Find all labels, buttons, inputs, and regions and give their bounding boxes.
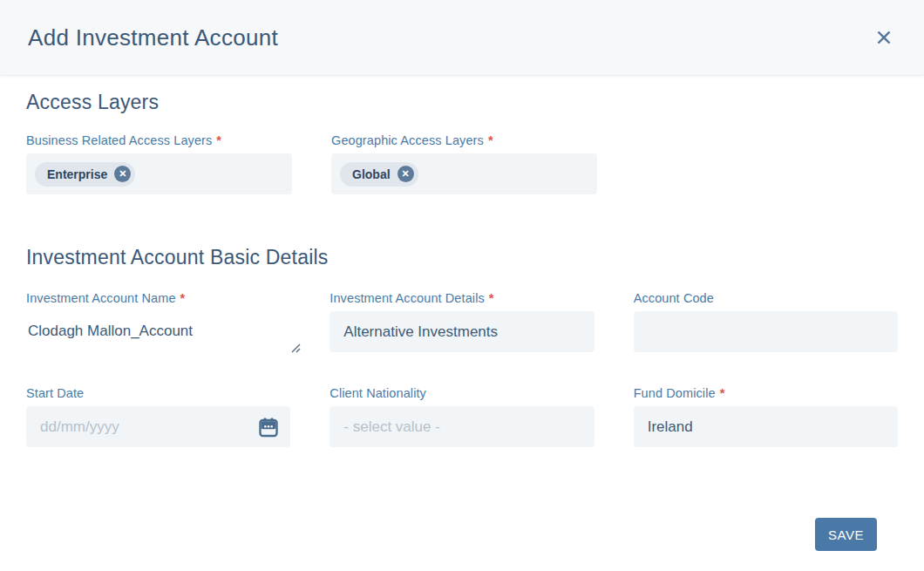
select-value: Ireland [634,418,693,436]
chip-remove-icon[interactable]: ✕ [114,166,131,182]
start-date-input[interactable] [26,406,290,447]
close-button[interactable] [872,25,896,50]
field-label: Geographic Access Layers* [331,133,597,147]
chip-remove-icon[interactable]: ✕ [397,166,414,182]
section-heading-basic-details: Investment Account Basic Details [26,246,898,269]
investment-account-details-input[interactable] [330,311,594,352]
resize-handle-icon[interactable] [289,341,301,357]
close-icon [875,29,893,46]
geographic-access-layers-multiselect[interactable]: Global ✕ [331,153,597,194]
field-client-nationality: Client Nationality - select value - [330,386,594,447]
field-label: Investment Account Name* [26,291,290,305]
save-button[interactable]: SAVE [815,518,877,551]
field-label: Business Related Access Layers* [26,133,292,147]
field-account-code: Account Code [634,291,898,358]
required-asterisk: * [180,291,186,305]
page-title: Add Investment Account [28,24,278,51]
required-asterisk: * [489,291,494,305]
modal-body: Access Layers Business Related Access La… [0,91,924,551]
field-geographic-access-layers: Geographic Access Layers* Global ✕ [331,133,597,194]
field-label: Investment Account Details* [330,291,594,305]
required-asterisk: * [720,386,725,400]
select-placeholder: - select value - [330,418,440,436]
business-access-layers-multiselect[interactable]: Enterprise ✕ [26,153,292,194]
field-start-date: Start Date [26,386,290,447]
modal-header: Add Investment Account [0,0,924,76]
client-nationality-select[interactable]: - select value - [330,406,594,447]
field-label: Start Date [26,386,290,400]
account-code-input[interactable] [634,311,898,352]
field-label: Fund Domicile* [634,386,898,400]
investment-account-name-textarea[interactable]: Clodagh Mallon_Account [26,311,290,355]
chip-global: Global ✕ [340,162,418,187]
modal-footer: SAVE [26,518,898,551]
field-fund-domicile: Fund Domicile* Ireland [634,386,898,447]
field-label: Account Code [634,291,898,305]
chip-enterprise: Enterprise ✕ [35,162,135,187]
field-business-related-access-layers: Business Related Access Layers* Enterpri… [26,133,292,194]
calendar-icon[interactable] [258,417,279,438]
fund-domicile-select[interactable]: Ireland [634,406,898,447]
section-heading-access-layers: Access Layers [26,91,898,114]
add-investment-account-modal: Add Investment Account Access Layers Bus… [0,0,924,551]
field-label: Client Nationality [330,386,594,400]
required-asterisk: * [488,133,493,147]
required-asterisk: * [216,133,221,147]
field-investment-account-details: Investment Account Details* [330,291,594,358]
start-date-control [26,406,290,447]
field-investment-account-name: Investment Account Name* Clodagh Mallon_… [26,291,290,358]
